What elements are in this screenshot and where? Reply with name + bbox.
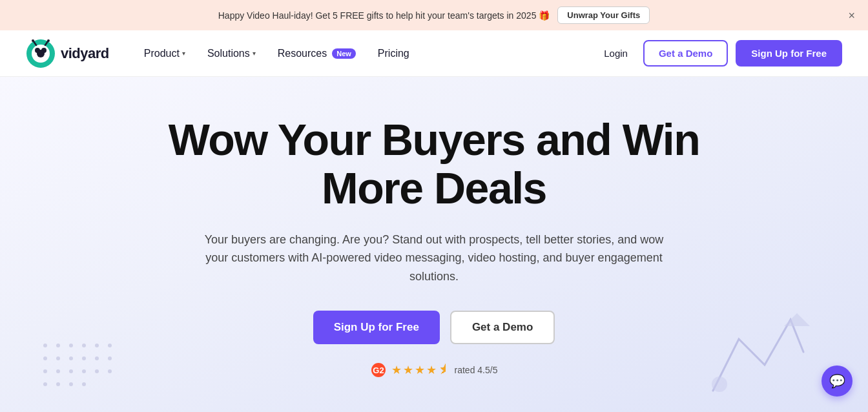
svg-point-14: [108, 344, 112, 347]
hero-rating: G2 ★ ★ ★ ★ ⯨ rated 4.5/5: [371, 362, 498, 378]
svg-text:G2: G2: [373, 366, 384, 375]
star-1: ★: [391, 363, 402, 377]
svg-point-26: [108, 369, 112, 373]
svg-point-20: [108, 356, 112, 360]
hero-section: Wow Your Buyers and Win More Deals Your …: [0, 77, 868, 412]
svg-point-13: [95, 344, 99, 347]
svg-point-23: [69, 369, 73, 373]
svg-point-11: [69, 344, 73, 347]
decorative-dots: [39, 339, 116, 391]
hero-title: Wow Your Buyers and Win More Deals: [143, 116, 725, 212]
resources-new-badge: New: [332, 48, 356, 59]
banner-text: Happy Video Haul-iday! Get 5 FREE gifts …: [218, 10, 550, 21]
svg-point-12: [82, 344, 86, 347]
hero-cta-group: Sign Up for Free Get a Demo: [313, 311, 555, 344]
svg-point-25: [95, 369, 99, 373]
star-2: ★: [403, 363, 413, 377]
svg-point-27: [43, 382, 47, 386]
svg-point-16: [56, 356, 60, 360]
svg-point-22: [56, 369, 60, 373]
svg-marker-31: [784, 313, 810, 326]
svg-point-8: [47, 39, 50, 42]
svg-point-9: [43, 344, 47, 347]
svg-point-30: [82, 382, 86, 386]
svg-point-17: [69, 356, 73, 360]
decorative-shape: [700, 300, 816, 404]
svg-point-32: [712, 376, 727, 392]
svg-point-21: [43, 369, 47, 373]
rating-stars: ★ ★ ★ ★ ⯨: [391, 363, 450, 377]
hero-signup-button[interactable]: Sign Up for Free: [313, 311, 440, 344]
svg-point-15: [43, 356, 47, 360]
svg-point-28: [56, 382, 60, 386]
logo-link[interactable]: vidyard: [26, 39, 109, 68]
svg-point-10: [56, 344, 60, 347]
hero-subtitle: Your buyers are changing. Are you? Stand…: [202, 231, 666, 286]
nav-resources[interactable]: Resources New: [269, 43, 365, 65]
g2-logo-icon: G2: [371, 362, 386, 378]
nav-demo-button[interactable]: Get a Demo: [643, 40, 728, 67]
logo-text: vidyard: [61, 45, 109, 62]
login-button[interactable]: Login: [596, 43, 636, 64]
solutions-chevron-icon: ▾: [253, 50, 256, 57]
nav-signup-button[interactable]: Sign Up for Free: [736, 40, 842, 67]
chat-icon: 💬: [829, 373, 845, 389]
svg-point-18: [82, 356, 86, 360]
svg-point-4: [37, 50, 45, 57]
rating-text: rated 4.5/5: [455, 365, 498, 375]
svg-point-19: [95, 356, 99, 360]
svg-point-6: [32, 39, 34, 42]
nav-pricing[interactable]: Pricing: [369, 43, 418, 65]
nav-actions: Login Get a Demo Sign Up for Free: [596, 40, 842, 67]
vidyard-logo-icon: [26, 39, 56, 68]
svg-point-24: [82, 369, 86, 373]
svg-point-29: [69, 382, 73, 386]
star-4: ★: [426, 363, 437, 377]
nav-product[interactable]: Product ▾: [135, 43, 194, 65]
banner-close-button[interactable]: ×: [848, 10, 855, 21]
main-nav: vidyard Product ▾ Solutions ▾ Resources …: [0, 30, 868, 77]
chat-button[interactable]: 💬: [822, 366, 852, 397]
nav-links: Product ▾ Solutions ▾ Resources New Pric…: [135, 43, 596, 65]
unwrap-gifts-button[interactable]: Unwrap Your Gifts: [557, 6, 650, 24]
nav-solutions[interactable]: Solutions ▾: [198, 43, 265, 65]
hero-demo-button[interactable]: Get a Demo: [450, 311, 555, 344]
star-3: ★: [415, 363, 425, 377]
star-half: ⯨: [438, 363, 450, 377]
product-chevron-icon: ▾: [182, 50, 185, 57]
announcement-banner: Happy Video Haul-iday! Get 5 FREE gifts …: [0, 0, 868, 30]
